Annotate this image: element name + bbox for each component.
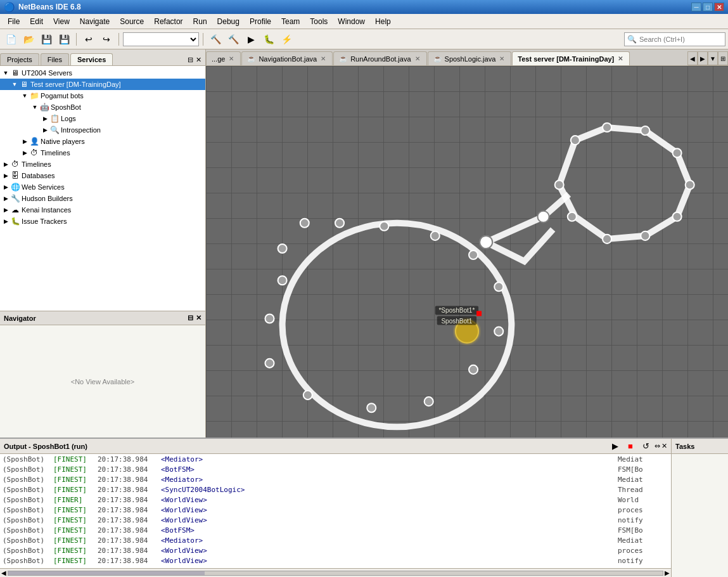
tasks-header: Tasks [672,439,728,454]
tab-ge[interactable]: ...ge ✕ [206,51,241,65]
expander-nativeplayers[interactable]: ▶ [20,137,29,146]
open-project-button[interactable]: 📂 [20,31,37,48]
menu-window[interactable]: Window [333,16,370,27]
tree-item-issueTrackers[interactable]: ▶ 🐛 Issue Trackers [0,216,205,227]
menu-edit[interactable]: Edit [25,16,48,27]
expander-logs[interactable]: ▶ [41,114,49,123]
close-button[interactable]: ✕ [714,3,724,11]
tab-sposhlogic-close[interactable]: ✕ [498,55,506,62]
expander-hudson[interactable]: ▶ [1,194,10,203]
timelines2-icon: ⏱ [10,159,20,169]
output-panel: Output - SposhBot1 (run) ▶ ■ ↺ ⇔ ✕ (Spos… [0,439,671,577]
menu-help[interactable]: Help [370,16,396,27]
menu-navigate[interactable]: Navigate [75,16,115,27]
menu-view[interactable]: View [48,16,75,27]
scroll-right-btn[interactable]: ▶ [665,569,670,576]
output-stop-icon[interactable]: ■ [624,440,637,453]
tree-item-introspection[interactable]: ▶ 🔍 Introspection [0,124,205,136]
tree-item-timelines[interactable]: ▶ ⏱ Timelines [0,147,205,159]
tab-files[interactable]: Files [41,53,69,65]
restore-window-icon[interactable]: ⊟ [188,56,193,64]
expander-testserver[interactable]: ▼ [10,80,19,89]
expander-sposhbot[interactable]: ▼ [30,103,39,112]
output-row: (SposhBot) [FINEST] 20:17:38.984 <BotFSM… [0,464,671,474]
expander-issueTrackers[interactable]: ▶ [1,217,10,226]
tab-scroll-controls: ◀ ▶ ▼ ⊞ [687,51,728,65]
scrollbar-track[interactable] [8,571,663,576]
clean-build-button[interactable]: 🔨 [225,31,241,48]
new-project-button[interactable]: 📄 [3,31,19,48]
navigator-restore-icon[interactable]: ⊟ [188,314,193,322]
expander-pogamut[interactable]: ▼ [20,91,29,100]
profile-button[interactable]: ⚡ [278,31,295,48]
expander-timelines[interactable]: ▶ [20,148,29,157]
tab-testserver[interactable]: Test server [DM-TrainingDay] ✕ [512,51,630,65]
tab-list-btn[interactable]: ▼ [708,51,718,65]
config-dropdown[interactable] [123,32,199,46]
menu-file[interactable]: File [3,16,25,27]
menu-run[interactable]: Run [188,16,212,27]
expander-timelines2[interactable]: ▶ [1,160,10,169]
3d-view[interactable]: *SposhBot1* SposhBot1 523 373| # 0 [206,66,728,438]
tab-navigationbot[interactable]: ☕ NavigationBot.java ✕ [241,51,333,65]
save-button[interactable]: 💾 [38,31,54,48]
output-close-icon[interactable]: ✕ [661,442,667,450]
output-content[interactable]: (SposhBot) [FINEST] 20:17:38.984 <Mediat… [0,454,671,568]
tree-item-kenai[interactable]: ▶ ☁ Kenai Instances [0,204,205,216]
tree-item-databases[interactable]: ▶ 🗄 Databases [0,170,205,181]
tab-testserver-close[interactable]: ✕ [616,55,624,62]
tab-runaroundbot-close[interactable]: ✕ [414,55,421,62]
menu-team[interactable]: Team [276,16,305,27]
menu-profile[interactable]: Profile [245,16,276,27]
logs-icon: 📋 [49,113,60,124]
tab-services[interactable]: Services [70,53,113,65]
tree-item-webservices[interactable]: ▶ 🌐 Web Services [0,181,205,193]
navigator-close-icon[interactable]: ✕ [196,314,201,322]
tab-navigationbot-close[interactable]: ✕ [319,55,327,62]
services-tree[interactable]: ▼ 🖥 UT2004 Servers ▼ 🖥 Test server [DM-T… [0,66,205,311]
menu-refactor[interactable]: Refactor [149,16,188,27]
redo-button[interactable]: ↪ [98,31,115,48]
scroll-left-btn[interactable]: ◀ [1,569,6,576]
expander-databases[interactable]: ▶ [1,171,10,180]
tree-item-testserver[interactable]: ▼ 🖥 Test server [DM-TrainingDay] [0,79,205,90]
svg-point-24 [265,314,274,323]
output-restart-icon[interactable]: ↺ [639,440,652,453]
tree-item-nativeplayers[interactable]: ▶ 👤 Native players [0,136,205,147]
tree-item-ut2004[interactable]: ▼ 🖥 UT2004 Servers [0,67,205,79]
search-input[interactable] [639,36,722,43]
expander-webservices[interactable]: ▶ [1,183,10,191]
tab-maximize-btn[interactable]: ⊞ [718,51,728,65]
menu-tools[interactable]: Tools [305,16,333,27]
expander-kenai[interactable]: ▶ [1,205,10,214]
expander-ut2004[interactable]: ▼ [1,68,10,77]
build-button[interactable]: 🔨 [207,31,224,48]
run-button[interactable]: ▶ [243,31,259,48]
tree-item-pogamut[interactable]: ▼ 📁 Pogamut bots [0,90,205,101]
tab-sposhlogic[interactable]: ☕ SposhLogic.java ✕ [428,51,512,65]
menu-debug[interactable]: Debug [212,16,245,27]
tree-item-hudson[interactable]: ▶ 🔧 Hudson Builders [0,193,205,204]
hudson-label: Hudson Builders [22,195,73,202]
scrollbar-thumb[interactable] [8,571,205,575]
debug-button[interactable]: 🐛 [260,31,277,48]
undo-button[interactable]: ↩ [80,31,97,48]
save-all-button[interactable]: 💾 [56,31,72,48]
output-scrollbar[interactable]: ◀ ▶ [0,568,671,577]
expander-introspection[interactable]: ▶ [41,126,49,134]
maximize-button[interactable]: □ [703,3,713,11]
output-row: (SposhBot) [FINEST] 20:17:38.984 <Mediat… [0,454,671,464]
tab-runaroundbot[interactable]: ☕ RunAroundBot.java ✕ [333,51,426,65]
tree-item-timelines2[interactable]: ▶ ⏱ Timelines [0,159,205,170]
tree-item-sposhbot[interactable]: ▼ 🤖 SposhBot [0,101,205,113]
tab-projects[interactable]: Projects [0,53,39,65]
menu-source[interactable]: Source [115,16,149,27]
close-panel-icon[interactable]: ✕ [196,56,201,64]
tree-item-logs[interactable]: ▶ 📋 Logs [0,113,205,124]
tab-scroll-left[interactable]: ◀ [687,51,698,65]
tab-ge-close[interactable]: ✕ [227,55,235,62]
tab-scroll-right[interactable]: ▶ [698,51,708,65]
minimize-button[interactable]: ─ [691,3,701,11]
output-run-icon[interactable]: ▶ [609,440,622,453]
output-wrap-icon[interactable]: ⇔ [655,442,660,450]
